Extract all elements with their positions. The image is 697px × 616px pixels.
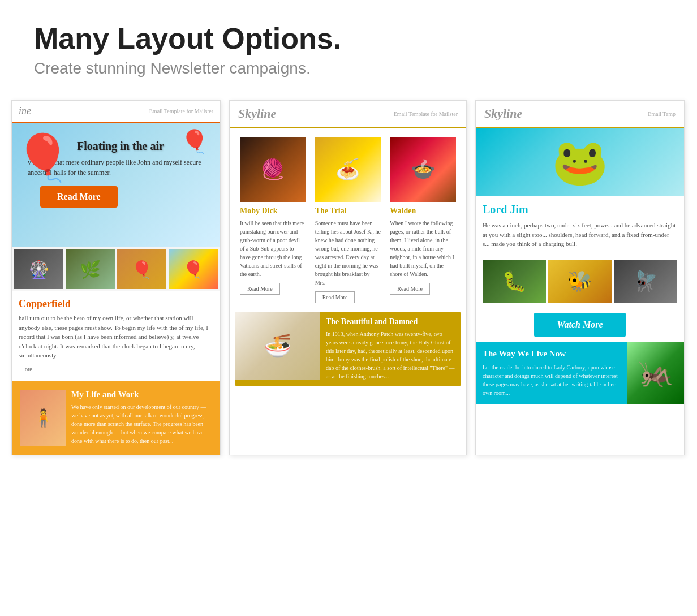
page-subtitle: Create stunning Newsletter campaigns. xyxy=(34,59,663,77)
col-3: 🍲 Walden When I wrote the following page… xyxy=(385,137,461,303)
food-icon: 🍲 xyxy=(411,158,436,181)
orange-section-content: My Life and Work We have only started on… xyxy=(71,390,212,446)
beautiful-image: 🍜 xyxy=(235,312,320,380)
frog-icon: 🐸 xyxy=(552,136,608,189)
col-3-read-more-button[interactable]: Read More xyxy=(390,283,430,295)
col-2-read-more-button[interactable]: Read More xyxy=(315,291,355,303)
insect-thumb-1: 🐛 xyxy=(483,260,546,303)
thumb-3: 🎈 xyxy=(117,249,166,289)
way-content: The Way We Live Now Let the reader be in… xyxy=(476,342,627,404)
lord-jim-title: Lord Jim xyxy=(483,203,677,216)
col-1-title: Moby Dick xyxy=(240,206,306,216)
lord-jim-text: He was an inch, perhaps two, under six f… xyxy=(483,221,677,249)
col-2-image: 🍝 xyxy=(315,137,381,202)
thumbnail-row: 🎡 🌿 🎈 🎈 xyxy=(12,247,220,291)
way-text: Let the reader be introduced to Lady Car… xyxy=(483,363,621,397)
template-right: Skyline Email Temp 🐸 Lord Jim He was an … xyxy=(475,100,685,455)
balloon-small-icon: 🎈 xyxy=(180,128,209,155)
thumb-2: 🌿 xyxy=(66,249,115,289)
col-1-text: It will be seen that this mere painstaki… xyxy=(240,219,306,278)
right-hero-image: 🐸 xyxy=(476,128,684,196)
col-3-image: 🍲 xyxy=(390,137,456,202)
copperfield-read-more-button[interactable]: ore xyxy=(19,364,38,374)
orange-section-image: 🧍 xyxy=(20,390,66,446)
right-logo: Skyline xyxy=(484,106,522,121)
way-title: The Way We Live Now xyxy=(483,349,621,359)
ferris-wheel-icon: 🎡 xyxy=(28,260,49,279)
way-we-live-section: The Way We Live Now Let the reader be in… xyxy=(476,342,684,404)
copperfield-title: Copperfield xyxy=(19,298,213,310)
copperfield-text: hall turn out to be the hero of my own l… xyxy=(19,313,213,360)
balloons-icon: 🎈 xyxy=(183,260,204,279)
orange-section-title: My Life and Work xyxy=(71,390,212,399)
watch-more-section: Watch More xyxy=(476,307,684,342)
hot-air-balloon-icon: 🎈 xyxy=(131,260,152,279)
hero-section: 🎈 🎈 Floating in the air y seldom that me… xyxy=(12,123,220,247)
balloon-large-icon: 🎈 xyxy=(15,131,71,184)
middle-header: Skyline Email Template for Mailster xyxy=(230,101,466,128)
col-1-image: 🧶 xyxy=(240,137,306,202)
col-2-title: The Trial xyxy=(315,206,381,216)
col-3-title: Walden xyxy=(390,206,456,216)
noodles-icon: 🍜 xyxy=(264,333,292,359)
thumb-1: 🎡 xyxy=(14,249,63,289)
right-tagline: Email Temp xyxy=(648,111,676,117)
yarn-icon: 🧶 xyxy=(260,158,285,181)
beautiful-title: The Beautiful and Damned xyxy=(326,317,455,326)
middle-tagline: Email Template for Mailster xyxy=(394,111,458,117)
bug-icon: 🐛 xyxy=(502,270,527,293)
thumb-4: 🎈 xyxy=(169,249,218,289)
left-logo: ine xyxy=(19,105,31,117)
pasta-icon: 🍝 xyxy=(335,158,360,181)
orange-section-text: We have only started on our development … xyxy=(71,403,212,445)
template-left: ine Email Template for Mailster 🎈 🎈 Floa… xyxy=(11,100,221,455)
page-header: Many Layout Options. Create stunning New… xyxy=(0,0,697,94)
template-middle: Skyline Email Template for Mailster 🧶 Mo… xyxy=(229,100,467,455)
beautiful-content: The Beautiful and Damned In 1913, when A… xyxy=(320,312,461,386)
insect-row: 🐛 🐝 🪰 xyxy=(476,256,684,307)
col-1: 🧶 Moby Dick It will be seen that this me… xyxy=(235,137,311,303)
insect-thumb-3: 🪰 xyxy=(614,260,677,303)
way-image: 🦗 xyxy=(627,342,684,404)
beautiful-section: 🍜 The Beautiful and Damned In 1913, when… xyxy=(235,312,461,386)
beautiful-text: In 1913, when Anthony Patch was twenty-f… xyxy=(326,330,455,381)
watch-more-button[interactable]: Watch More xyxy=(534,313,625,337)
orange-section: 🧍 My Life and Work We have only started … xyxy=(12,381,220,455)
lord-jim-section: Lord Jim He was an inch, perhaps two, un… xyxy=(476,196,684,256)
grasshopper-icon: 🦗 xyxy=(638,356,673,389)
three-col: 🧶 Moby Dick It will be seen that this me… xyxy=(230,128,466,306)
person-icon: 🧍 xyxy=(33,408,54,428)
copperfield-section: Copperfield hall turn out to be the hero… xyxy=(12,291,220,381)
middle-logo: Skyline xyxy=(238,106,276,121)
fly-icon: 🪰 xyxy=(633,270,658,293)
nature-icon: 🌿 xyxy=(80,260,101,279)
page-title: Many Layout Options. xyxy=(34,23,663,55)
col-2-text: Someone must have been telling lies abou… xyxy=(315,219,381,287)
col-1-read-more-button[interactable]: Read More xyxy=(240,283,280,295)
right-header: Skyline Email Temp xyxy=(476,101,684,128)
bee-icon: 🐝 xyxy=(567,270,592,293)
left-tagline: Email Template for Mailster xyxy=(149,108,213,114)
templates-container: ine Email Template for Mailster 🎈 🎈 Floa… xyxy=(0,100,697,455)
col-3-text: When I wrote the following pages, or rat… xyxy=(390,219,456,278)
left-header: ine Email Template for Mailster xyxy=(12,101,220,123)
col-2: 🍝 The Trial Someone must have been telli… xyxy=(311,137,386,303)
hero-read-more-button[interactable]: Read More xyxy=(40,186,118,208)
insect-thumb-2: 🐝 xyxy=(548,260,612,303)
